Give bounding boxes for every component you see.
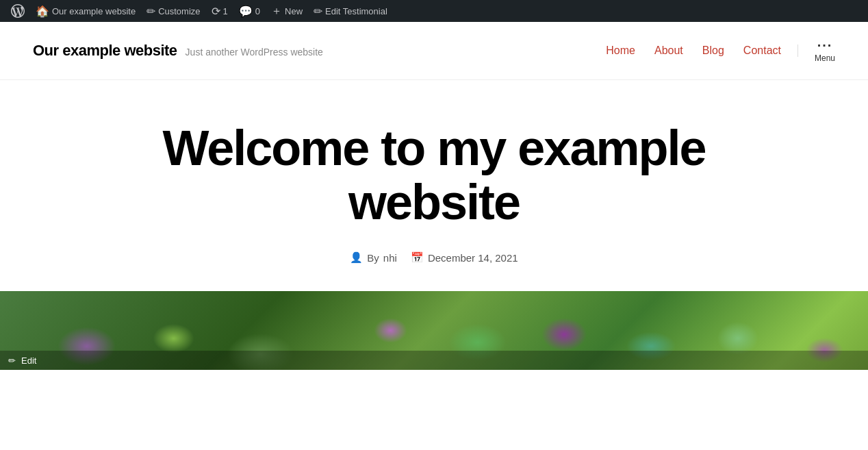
author-name[interactable]: nhi	[383, 252, 397, 264]
plus-icon: ＋	[271, 4, 282, 18]
author-icon: 👤	[350, 251, 363, 264]
wp-logo-button[interactable]	[5, 0, 30, 22]
nav-links: Home About Blog Contact	[606, 45, 798, 57]
admin-customize-label: Customize	[158, 6, 200, 16]
admin-comments-count: 0	[255, 6, 260, 16]
admin-comments[interactable]: 💬 0	[233, 0, 266, 22]
site-nav: Home About Blog Contact ··· Menu	[606, 38, 835, 63]
admin-updates-count: 1	[223, 6, 228, 16]
post-author: 👤 By nhi	[350, 251, 397, 264]
author-prefix: By	[367, 252, 379, 264]
featured-image: ✏ Edit	[0, 291, 868, 370]
comments-icon: 💬	[239, 5, 253, 18]
post-meta: 👤 By nhi 📅 December 14, 2021	[350, 251, 518, 264]
post-title: Welcome to my example website	[126, 121, 742, 229]
post-date-value: December 14, 2021	[428, 252, 518, 264]
admin-new[interactable]: ＋ New	[266, 0, 308, 22]
nav-about[interactable]: About	[654, 45, 683, 57]
admin-edit-testimonial-label: Edit Testimonial	[325, 6, 387, 16]
admin-bar: 🏠 Our example website ✏ Customize ⟳ 1 💬 …	[0, 0, 868, 22]
edit-bar: ✏ Edit	[0, 351, 868, 370]
date-icon: 📅	[411, 251, 424, 264]
admin-site-name-label: Our example website	[52, 6, 136, 16]
menu-label: Menu	[815, 53, 835, 63]
nav-home[interactable]: Home	[606, 45, 635, 57]
admin-updates[interactable]: ⟳ 1	[206, 0, 233, 22]
menu-dots-icon: ···	[817, 38, 833, 52]
wordpress-icon	[11, 4, 25, 18]
menu-button[interactable]: ··· Menu	[798, 38, 835, 63]
nav-blog[interactable]: Blog	[702, 45, 724, 57]
admin-new-label: New	[285, 6, 303, 16]
site-tagline: Just another WordPress website	[186, 47, 323, 58]
home-icon: 🏠	[36, 5, 49, 18]
site-header: Our example website Just another WordPre…	[0, 22, 868, 80]
main-content: Welcome to my example website 👤 By nhi 📅…	[0, 80, 868, 291]
edit-bar-text[interactable]: Edit	[21, 355, 36, 366]
edit-bar-icon: ✏	[8, 355, 16, 366]
admin-customize[interactable]: ✏ Customize	[141, 0, 205, 22]
edit-icon: ✏	[314, 5, 322, 18]
post-date: 📅 December 14, 2021	[411, 251, 518, 264]
site-branding: Our example website Just another WordPre…	[33, 42, 323, 60]
updates-icon: ⟳	[212, 5, 220, 18]
site-title: Our example website	[33, 42, 177, 60]
customize-icon: ✏	[146, 5, 155, 18]
admin-edit-testimonial[interactable]: ✏ Edit Testimonial	[308, 0, 393, 22]
nav-contact[interactable]: Contact	[743, 45, 781, 57]
admin-site-name[interactable]: 🏠 Our example website	[30, 0, 141, 22]
